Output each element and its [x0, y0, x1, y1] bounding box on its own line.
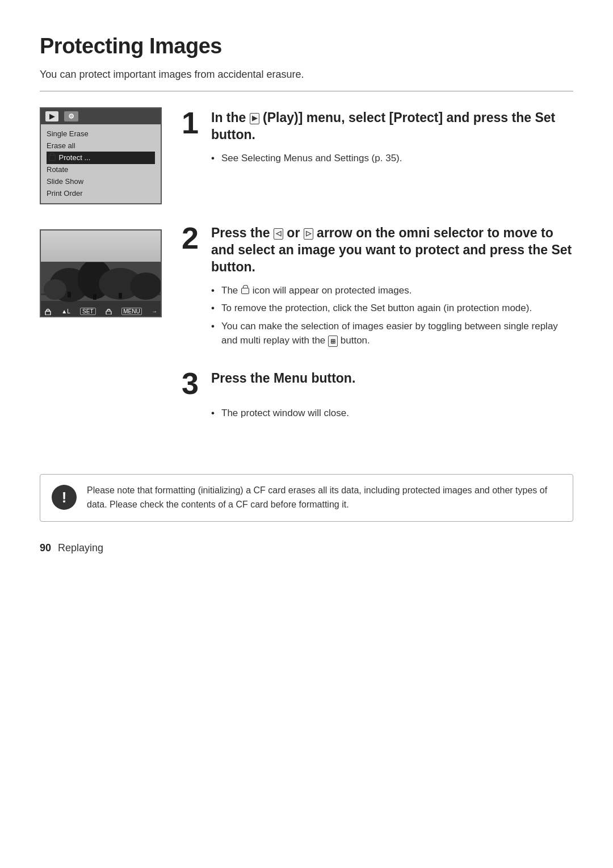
svg-rect-9	[119, 293, 122, 299]
menu-item-erase-all: Erase all	[47, 140, 155, 152]
step-2-bullet-3: You can make the selection of images eas…	[211, 317, 573, 350]
step-2-bullet-1: The icon will appear on protected images…	[211, 282, 573, 300]
step-3-row: 3 Press the Menu button. The protect win…	[40, 368, 573, 422]
left-arrow-icon: ◁	[274, 228, 283, 240]
protect-icon-svg	[44, 308, 52, 315]
play-tab-icon: ▶	[45, 111, 58, 121]
play-inline-icon: ▶	[250, 113, 259, 124]
step-2-number-row: 2 Press the ◁ or ▷ arrow on the omni sel…	[182, 223, 573, 276]
step-3-number: 3	[182, 368, 202, 399]
svg-point-5	[130, 272, 162, 300]
settings-tab-icon: ⚙	[64, 111, 78, 121]
step-2-heading: Press the ◁ or ▷ arrow on the omni selec…	[211, 225, 573, 276]
step-1-content: 1 In the ▶ (Play)] menu, select [Protect…	[182, 107, 573, 167]
step-3-bullets: The protect window will close.	[211, 404, 573, 422]
warning-box: ! Please note that formatting (initializ…	[40, 474, 573, 522]
photo-trees	[41, 262, 161, 307]
photo-bar-protect2	[106, 308, 112, 315]
photo-sky	[41, 230, 161, 262]
step-3-number-row: 3 Press the Menu button.	[182, 368, 573, 399]
svg-rect-11	[106, 311, 111, 315]
step-2-row: ▲L SET MENU → 2 Press the ◁ or ▷ arro	[40, 223, 573, 350]
section-divider	[40, 91, 573, 91]
svg-rect-8	[93, 294, 96, 300]
page-number: 90	[40, 542, 51, 554]
step-2-number: 2	[182, 223, 202, 253]
menu-item-protect: Protect ...	[47, 152, 155, 163]
camera-photo: ▲L SET MENU →	[40, 229, 162, 317]
step-1-image: ▶ ⚙ Single Erase Erase all Protect ... R…	[40, 107, 165, 204]
svg-point-6	[44, 279, 66, 300]
tree-svg	[41, 262, 162, 307]
photo-bar-menu: MENU	[121, 308, 141, 315]
menu-item-print-order: Print Order	[47, 188, 155, 200]
camera-screen-top-bar: ▶ ⚙	[41, 108, 161, 124]
step-1-row: ▶ ⚙ Single Erase Erase all Protect ... R…	[40, 107, 573, 204]
svg-rect-7	[68, 292, 71, 297]
menu-item-single-erase: Single Erase	[47, 128, 155, 140]
step-3-bullet-1: The protect window will close.	[211, 404, 573, 422]
warning-icon-text: !	[62, 490, 67, 505]
step-3-heading: Press the Menu button.	[211, 370, 355, 387]
photo-bar-set: SET	[80, 308, 95, 315]
step-2-content: 2 Press the ◁ or ▷ arrow on the omni sel…	[182, 223, 573, 350]
page-footer: 90 Replaying	[40, 542, 573, 554]
photo-bar-arrow: →	[152, 308, 157, 315]
step-1-number-row: 1 In the ▶ (Play)] menu, select [Protect…	[182, 107, 573, 144]
step-2-bullets: The icon will appear on protected images…	[211, 282, 573, 350]
protect-icon2-svg	[106, 308, 112, 315]
camera-screen-menu: Single Erase Erase all Protect ... Rotat…	[41, 124, 161, 203]
step-1-heading: In the ▶ (Play)] menu, select [Protect] …	[211, 110, 573, 144]
step-2-bullet-2: To remove the protection, click the Set …	[211, 299, 573, 317]
menu-item-rotate: Rotate	[47, 164, 155, 176]
page-section: Replaying	[58, 542, 103, 554]
content-area: ▶ ⚙ Single Erase Erase all Protect ... R…	[40, 107, 573, 440]
step-1-bullet-1: See Selecting Menus and Settings (p. 35)…	[211, 149, 573, 167]
step-3-content: 3 Press the Menu button. The protect win…	[182, 368, 573, 422]
svg-rect-10	[45, 311, 51, 315]
page-title: Protecting Images	[40, 34, 573, 58]
step-2-image: ▲L SET MENU →	[40, 223, 165, 317]
right-arrow-icon: ▷	[304, 228, 313, 240]
menu-list: Single Erase Erase all Protect ... Rotat…	[47, 128, 155, 200]
camera-screen: ▶ ⚙ Single Erase Erase all Protect ... R…	[40, 107, 162, 204]
lock-icon-inline	[241, 288, 249, 294]
intro-text: You can protect important images from ac…	[40, 69, 573, 81]
photo-bar-quality: ▲L	[61, 308, 70, 315]
warning-icon: !	[52, 485, 77, 510]
grid-icon-inline: ⊞	[328, 336, 338, 347]
camera-photo-bottom-bar: ▲L SET MENU →	[41, 307, 161, 316]
menu-item-slideshow: Slide Show	[47, 176, 155, 188]
step-1-number: 1	[182, 107, 202, 138]
step-1-bullets: See Selecting Menus and Settings (p. 35)…	[211, 149, 573, 167]
protect-lock-icon	[49, 155, 56, 161]
warning-text: Please note that formatting (initializin…	[87, 484, 561, 512]
photo-bar-protect-icon	[44, 308, 52, 315]
